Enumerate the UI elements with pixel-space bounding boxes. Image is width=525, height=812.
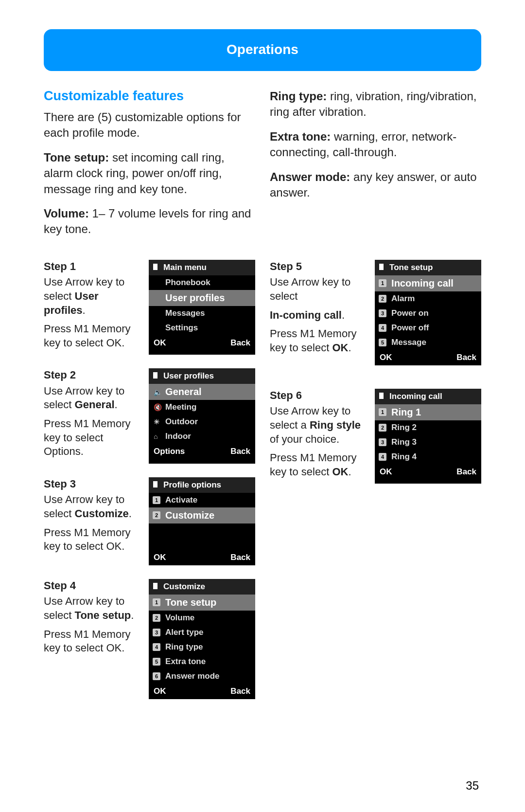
menu-item: ⌂Indoor — [149, 429, 255, 444]
screen-main-menu: Main menu Phonebook User profiles Messag… — [149, 260, 255, 355]
softkey-right: Back — [230, 338, 250, 348]
menu-item: 2Ring 2 — [375, 420, 481, 435]
menu-item: 5Message — [375, 335, 481, 350]
softkey-left: OK — [380, 353, 392, 362]
feature-volume: Volume: 1– 7 volume levels for ring and … — [44, 206, 255, 237]
menu-item: 2Volume — [149, 611, 255, 625]
intro-text: There are (5) customizable options for e… — [44, 109, 255, 141]
section-title: Customizable features — [44, 89, 255, 104]
screen-title: Customize — [149, 579, 255, 595]
menu-item: 3Alert type — [149, 625, 255, 640]
screen-user-profiles: User profiles 🔈General 🔇Meeting ☀Outdoor… — [149, 368, 255, 464]
menu-item: 3Ring 3 — [375, 435, 481, 450]
menu-item: 5Extra tone — [149, 654, 255, 669]
step-4-text: Step 4 Use Arrow key to select Tone setu… — [44, 579, 142, 699]
screen-title: Incoming call — [375, 389, 481, 404]
menu-item: Messages — [149, 306, 255, 321]
feature-answer-mode: Answer mode: any key answer, or auto ans… — [270, 169, 481, 201]
menu-item: 4Ring type — [149, 640, 255, 654]
menu-item: ☀Outdoor — [149, 415, 255, 429]
step-2-text: Step 2 Use Arrow key to select General. … — [44, 368, 142, 464]
speaker-icon: 🔈 — [154, 388, 162, 396]
step-6-text: Step 6 Use Arrow key to select a Ring st… — [270, 389, 368, 484]
menu-item-selected: 1Ring 1 — [375, 404, 481, 420]
step-3-text: Step 3 Use Arrow key to select Customize… — [44, 477, 142, 565]
softkey-left: OK — [154, 338, 166, 348]
softkey-right: Back — [230, 686, 250, 696]
menu-item: 🔇Meeting — [149, 400, 255, 415]
menu-item: 6Answer mode — [149, 669, 255, 684]
screen-title: User profiles — [149, 368, 255, 384]
mute-icon: 🔇 — [154, 403, 162, 411]
softkey-right: Back — [230, 447, 250, 456]
screen-incoming-call: Incoming call 1Ring 1 2Ring 2 3Ring 3 4R… — [375, 389, 481, 484]
softkey-left: Options — [154, 447, 185, 456]
menu-item: 2Alarm — [375, 291, 481, 306]
menu-item: 4Power off — [375, 321, 481, 335]
menu-item: Settings — [149, 321, 255, 335]
softkey-left: OK — [380, 467, 392, 477]
softkey-right: Back — [456, 353, 476, 362]
sun-icon: ☀ — [154, 418, 160, 426]
screen-customize: Customize 1Tone setup 2Volume 3Alert typ… — [149, 579, 255, 699]
screen-profile-options: Profile options 1Activate 2Customize OKB… — [149, 477, 255, 565]
screen-title: Main menu — [149, 260, 255, 275]
screen-tone-setup: Tone setup 1Incoming call 2Alarm 3Power … — [375, 260, 481, 365]
step-1-text: Step 1 Use Arrow key to select User prof… — [44, 260, 142, 355]
menu-item-selected: User profiles — [149, 290, 255, 306]
header-banner: Operations — [44, 29, 481, 71]
menu-item-selected: 1Tone setup — [149, 595, 255, 611]
menu-item: Phonebook — [149, 275, 255, 290]
home-icon: ⌂ — [154, 433, 158, 440]
screen-title: Tone setup — [375, 260, 481, 275]
menu-item-selected: 🔈General — [149, 384, 255, 400]
menu-item: 1Activate — [149, 493, 255, 507]
softkey-left: OK — [154, 553, 166, 562]
step-5-text: Step 5 Use Arrow key to select In-coming… — [270, 260, 368, 365]
feature-extra-tone: Extra tone: warning, error, network-conn… — [270, 129, 481, 161]
feature-ring-type: Ring type: ring, vibration, ring/vibrati… — [270, 89, 481, 120]
menu-item-selected: 2Customize — [149, 507, 255, 523]
feature-tone-setup: Tone setup: set incoming call ring, alar… — [44, 150, 255, 197]
page-number: 35 — [466, 779, 479, 793]
screen-title: Profile options — [149, 477, 255, 493]
menu-item: 4Ring 4 — [375, 450, 481, 464]
softkey-right: Back — [456, 467, 476, 477]
menu-item: 3Power on — [375, 306, 481, 321]
softkey-left: OK — [154, 686, 166, 696]
softkey-right: Back — [230, 553, 250, 562]
menu-item-selected: 1Incoming call — [375, 275, 481, 291]
